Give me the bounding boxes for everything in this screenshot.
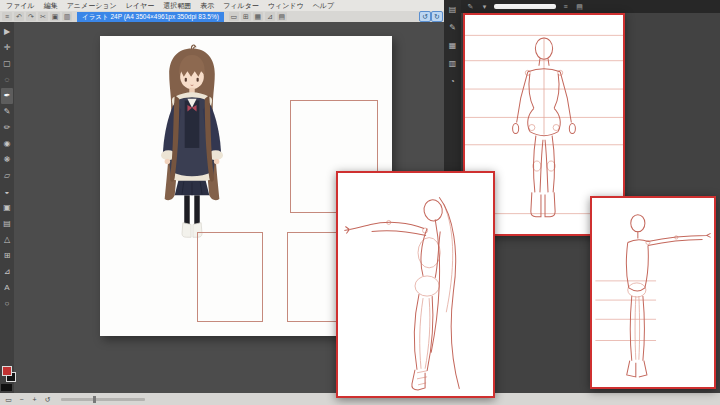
airbrush-tool[interactable]: ◉ (1, 136, 13, 152)
dropdown-icon[interactable]: ▾ (480, 2, 489, 11)
foreground-color-swatch[interactable] (2, 366, 12, 376)
panel-menu-icon[interactable]: ≡ (561, 2, 570, 11)
character-illustration (148, 44, 236, 240)
navigator-panel-icon[interactable]: ◔ (447, 76, 458, 87)
menu-window[interactable]: ウィンドウ (268, 1, 304, 11)
zoom-slider-thumb[interactable] (93, 396, 96, 403)
main-menu-icon[interactable]: ≡ (2, 12, 12, 21)
tool-property-panel-icon[interactable]: ▤ (447, 4, 458, 15)
layer-panel-icon[interactable]: ▥ (447, 58, 458, 69)
menu-view[interactable]: 表示 (200, 1, 214, 11)
panel-options-icon[interactable]: ▤ (575, 2, 584, 11)
figure-sketch-pose (338, 173, 493, 396)
zoom-slider[interactable] (61, 398, 145, 401)
menu-animation[interactable]: アニメーション (67, 1, 117, 11)
decoration-tool[interactable]: ❋ (1, 152, 13, 168)
brush-size-panel-icon[interactable]: ✎ (447, 22, 458, 33)
operation-tool[interactable]: ▶ (1, 24, 13, 40)
zoom-fit-icon[interactable]: ▭ (229, 12, 239, 21)
layout-guide-rectangle (197, 232, 263, 322)
app-window: ✎ ▾ ≡ ▤ ▤ ✎ ▦ ▥ ◔ ファイル 編集 アニメーション レイヤー 選… (0, 0, 720, 405)
menu-layer[interactable]: レイヤー (126, 1, 155, 11)
ruler-snap-icon[interactable]: ⊿ (265, 12, 275, 21)
menu-filter[interactable]: フィルター (223, 1, 259, 11)
balloon-tool[interactable]: ○ (1, 296, 13, 312)
color-panel-icon[interactable]: ▦ (447, 40, 458, 51)
undo-icon[interactable]: ↶ (14, 12, 24, 21)
frame-tool[interactable]: ⊞ (1, 248, 13, 264)
dock-top-panel: ✎ ▾ ≡ ▤ (461, 0, 720, 13)
document-tab[interactable]: イラスト 24P (A4 3504×4961px 350dpi 83.5%) (77, 12, 224, 22)
menu-selection[interactable]: 選択範囲 (163, 1, 191, 11)
zoom-out-icon[interactable]: − (17, 395, 26, 404)
figure-sketch-side-view (592, 198, 714, 387)
menu-bar: ファイル 編集 アニメーション レイヤー 選択範囲 表示 フィルター ウィンドウ… (0, 0, 444, 11)
rotate-right-icon[interactable]: ↻ (432, 12, 442, 21)
move-tool[interactable]: ✛ (1, 40, 13, 56)
command-bar: ≡ ↶ ↷ ✂ ▣ ▥ イラスト 24P (A4 3504×4961px 350… (0, 11, 444, 22)
menu-edit[interactable]: 編集 (44, 1, 58, 11)
rotate-reset-icon[interactable]: ↺ (43, 395, 52, 404)
redo-icon[interactable]: ↷ (26, 12, 36, 21)
fill-tool[interactable]: ▣ (1, 200, 13, 216)
grid-icon[interactable]: ⊞ (241, 12, 251, 21)
rotate-left-icon[interactable]: ↺ (420, 12, 430, 21)
text-tool[interactable]: A (1, 280, 13, 296)
menu-help[interactable]: ヘルプ (313, 1, 335, 11)
lasso-tool[interactable]: ◌ (1, 72, 13, 88)
figure-tool[interactable]: △ (1, 232, 13, 248)
eraser-tool[interactable]: ▱ (1, 168, 13, 184)
pencil-tool[interactable]: ✎ (1, 104, 13, 120)
pen-tool[interactable]: ✒ (1, 88, 13, 104)
ruler-tool[interactable]: ⊿ (1, 264, 13, 280)
gradient-tool[interactable]: ▤ (1, 216, 13, 232)
brush-size-slider[interactable] (494, 4, 556, 9)
tool-palette: ▶ ✛ ▢ ◌ ✒ ✎ ✏ ◉ ❋ ▱ ◒ ▣ ▤ △ ⊞ ⊿ A ○ (0, 22, 14, 393)
cut-icon[interactable]: ✂ (38, 12, 48, 21)
zoom-in-icon[interactable]: + (30, 395, 39, 404)
color-mode-indicator[interactable] (1, 384, 12, 391)
reference-window-side[interactable] (590, 196, 716, 389)
paste-icon[interactable]: ▥ (62, 12, 72, 21)
blend-tool[interactable]: ◒ (1, 184, 13, 200)
material-icon[interactable]: ▤ (277, 12, 287, 21)
selection-tool[interactable]: ▢ (1, 56, 13, 72)
copy-icon[interactable]: ▣ (50, 12, 60, 21)
brush-tool[interactable]: ✏ (1, 120, 13, 136)
fit-screen-icon[interactable]: ▭ (4, 395, 13, 404)
menu-file[interactable]: ファイル (6, 1, 35, 11)
brush-tip-icon[interactable]: ✎ (466, 2, 475, 11)
snap-icon[interactable]: ▦ (253, 12, 263, 21)
reference-window-pose[interactable] (336, 171, 495, 398)
